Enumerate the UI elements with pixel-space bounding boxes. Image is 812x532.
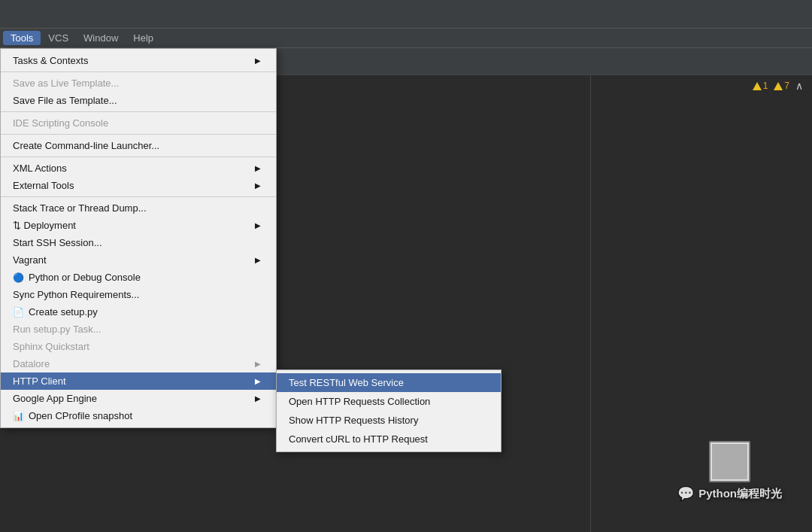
convert-curl-label: Convert cURL to HTTP Request — [289, 433, 428, 445]
watermark: 💬 Python编程时光 — [677, 441, 782, 502]
submenu-item-test-restful[interactable]: Test RESTful Web Service — [277, 373, 501, 392]
menu-item-vagrant[interactable]: Vagrant ▶ — [1, 251, 276, 269]
submenu-arrow-xml: ▶ — [255, 164, 261, 172]
warning-triangle-icon-2 — [774, 82, 783, 90]
menubar: Tools VCS Window Help — [0, 29, 812, 48]
separator-5 — [1, 196, 276, 197]
warning-count-2: 7 — [784, 81, 789, 91]
menu-tools[interactable]: Tools — [3, 31, 41, 45]
menu-item-run-setup-py: Run setup.py Task... — [1, 321, 276, 338]
deployment-label: ⇅ Deployment — [13, 220, 76, 231]
stack-trace-label: Stack Trace or Thread Dump... — [13, 202, 147, 214]
ide-scripting-console-label: IDE Scripting Console — [13, 117, 108, 129]
submenu-arrow-tasks: ▶ — [255, 56, 261, 65]
menu-item-external-tools[interactable]: External Tools ▶ — [1, 177, 276, 194]
editor-split — [590, 75, 591, 532]
python-debug-console-label: Python or Debug Console — [29, 272, 141, 283]
menu-item-save-live-template: Save as Live Template... — [1, 74, 276, 92]
external-tools-label: External Tools — [13, 180, 74, 191]
save-live-template-label: Save as Live Template... — [13, 78, 119, 89]
menu-item-tasks-contexts[interactable]: Tasks & Contexts ▶ — [1, 52, 276, 69]
chevron-up-icon[interactable]: ∧ — [795, 80, 803, 92]
submenu-arrow-vagrant: ▶ — [255, 256, 261, 264]
vagrant-label: Vagrant — [13, 254, 47, 266]
open-http-requests-label: Open HTTP Requests Collection — [289, 396, 430, 407]
create-commandline-launcher-label: Create Command-line Launcher... — [13, 140, 159, 151]
menu-item-python-debug-console[interactable]: 🔵 Python or Debug Console — [1, 269, 276, 286]
sync-python-requirements-label: Sync Python Requirements... — [13, 289, 139, 300]
warning-badge-2[interactable]: 7 — [774, 81, 789, 91]
save-file-template-label: Save File as Template... — [13, 95, 117, 106]
create-setup-py-label: Create setup.py — [29, 306, 98, 318]
test-restful-label: Test RESTful Web Service — [289, 377, 404, 388]
menu-item-http-client[interactable]: HTTP Client ▶ Test RESTful Web Service O… — [1, 372, 276, 390]
submenu-arrow-deployment: ▶ — [255, 221, 261, 230]
warning-badge-1[interactable]: 1 — [753, 81, 768, 91]
setup-py-icon: 📄 — [13, 307, 24, 318]
sphinx-quickstart-label: Sphinx Quickstart — [13, 341, 89, 352]
show-history-label: Show HTTP Requests History — [289, 415, 418, 426]
tools-dropdown-menu: Tasks & Contexts ▶ Save as Live Template… — [0, 48, 277, 428]
menu-item-open-cprofile[interactable]: 📊 Open CProfile snapshot — [1, 407, 276, 424]
menu-item-create-setup-py[interactable]: 📄 Create setup.py — [1, 303, 276, 321]
menu-help[interactable]: Help — [126, 31, 161, 45]
separator-3 — [1, 134, 276, 135]
menu-item-xml-actions[interactable]: XML Actions ▶ — [1, 160, 276, 177]
submenu-item-open-http-requests[interactable]: Open HTTP Requests Collection — [277, 392, 501, 411]
python-debug-icon: 🔵 — [13, 272, 24, 283]
http-client-label: HTTP Client — [13, 375, 66, 387]
google-app-engine-label: Google App Engine — [13, 393, 97, 404]
menu-window[interactable]: Window — [76, 31, 126, 45]
menu-item-sync-python-requirements[interactable]: Sync Python Requirements... — [1, 286, 276, 303]
run-setup-py-label: Run setup.py Task... — [13, 324, 102, 335]
submenu-item-show-history[interactable]: Show HTTP Requests History — [277, 411, 501, 430]
warning-triangle-icon — [753, 82, 762, 90]
menu-item-stack-trace[interactable]: Stack Trace or Thread Dump... — [1, 199, 276, 217]
notification-bar: 1 7 ∧ — [744, 75, 812, 96]
menu-item-datalore: Datalore ▶ — [1, 355, 276, 372]
tasks-contexts-label: Tasks & Contexts — [13, 55, 88, 66]
menu-item-create-commandline-launcher[interactable]: Create Command-line Launcher... — [1, 137, 276, 154]
xml-actions-label: XML Actions — [13, 163, 67, 174]
menu-item-deployment[interactable]: ⇅ Deployment ▶ — [1, 217, 276, 234]
separator-4 — [1, 157, 276, 157]
submenu-item-convert-curl[interactable]: Convert cURL to HTTP Request — [277, 430, 501, 448]
cprofile-icon: 📊 — [13, 411, 24, 421]
submenu-arrow-http-client: ▶ — [255, 377, 261, 385]
menu-item-ide-scripting-console: IDE Scripting Console — [1, 114, 276, 132]
http-client-submenu: Test RESTful Web Service Open HTTP Reque… — [276, 369, 501, 452]
menu-item-sphinx-quickstart: Sphinx Quickstart — [1, 338, 276, 355]
menu-item-start-ssh[interactable]: Start SSH Session... — [1, 234, 276, 251]
submenu-arrow-datalore: ▶ — [255, 360, 261, 368]
warning-count-1: 1 — [763, 81, 768, 91]
separator-2 — [1, 111, 276, 112]
menu-vcs[interactable]: VCS — [41, 31, 76, 45]
open-cprofile-label: Open CProfile snapshot — [29, 410, 132, 421]
menu-item-google-app-engine[interactable]: Google App Engine ▶ — [1, 390, 276, 407]
datalore-label: Datalore — [13, 358, 50, 369]
ide-toolbar — [0, 0, 812, 29]
menu-item-save-file-template[interactable]: Save File as Template... — [1, 92, 276, 109]
submenu-arrow-external-tools: ▶ — [255, 181, 261, 190]
separator-1 — [1, 71, 276, 72]
submenu-arrow-google-app-engine: ▶ — [255, 394, 261, 403]
watermark-text: Python编程时光 — [698, 487, 782, 501]
start-ssh-label: Start SSH Session... — [13, 237, 102, 248]
